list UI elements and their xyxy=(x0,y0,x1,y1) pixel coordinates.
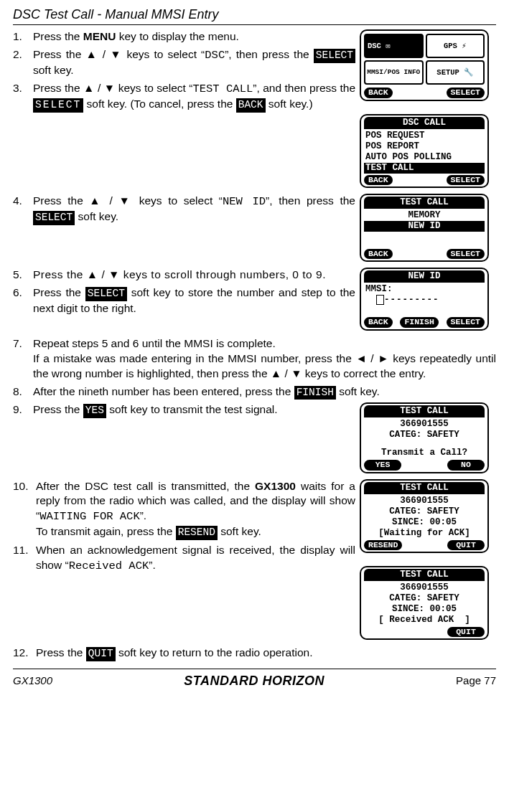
softkey-finish: FINISH xyxy=(294,386,336,400)
screen-mmsi-label: MMSI: xyxy=(364,284,485,295)
text: Press the ▲ / ▼ keys to select “ xyxy=(33,82,192,94)
softkey-select: SELECT xyxy=(33,98,83,113)
screen-since: SINCE: 00:05 xyxy=(364,517,485,528)
screen-received: TEST CALL 366901555 CATEG: SAFETY SINCE:… xyxy=(360,566,489,640)
screen-mmsi-entry: --------- xyxy=(364,295,485,306)
status-waiting: WAITING FOR ACK xyxy=(39,510,140,523)
screen-softkey-select: SELECT xyxy=(447,175,485,185)
product-gx1300: GX1300 xyxy=(255,480,296,492)
text: ”. xyxy=(140,509,146,521)
status-received: Received ACK xyxy=(69,560,149,572)
text: soft key.) xyxy=(266,98,313,110)
text: Repeat steps 5 and 6 until the MMSI is c… xyxy=(33,337,276,349)
screen-since: SINCE: 00:05 xyxy=(364,604,485,615)
step-num: 9. xyxy=(13,402,33,418)
key-menu: MENU xyxy=(83,30,116,42)
softkey-select: SELECT xyxy=(33,211,75,225)
tile-label: SETUP 🔧 xyxy=(436,68,473,77)
screen-transmit: TEST CALL 366901555 CATEG: SAFETY Transm… xyxy=(360,402,489,473)
step-body: Press the ▲ / ▼ keys to select “TEST CAL… xyxy=(33,81,355,112)
screen-softkey-back: BACK xyxy=(364,249,393,259)
step-body: Press the MENU key to display the menu. xyxy=(33,29,355,44)
screen-softkey-yes: YES xyxy=(364,460,401,470)
menu-item-test-call: TEST CALL xyxy=(192,82,253,95)
text: Press the xyxy=(33,286,85,298)
step-body: Press the YES soft key to transmit the t… xyxy=(33,402,355,418)
screen-softkey-back: BACK xyxy=(364,175,393,185)
screen-softkey-no: NO xyxy=(447,460,485,470)
text: soft key. (To cancel, press the xyxy=(83,98,236,110)
step-num: 11. xyxy=(13,543,36,574)
step-num: 10. xyxy=(13,479,36,540)
step-body: Press the ▲ / ▼ keys to scroll through n… xyxy=(33,268,355,283)
screen-line: POS REPORT xyxy=(364,141,485,152)
text: Press the ▲ / ▼ keys to select “ xyxy=(33,194,223,207)
text: After the DSC test call is transmitted, … xyxy=(36,480,255,492)
step-num: 8. xyxy=(13,384,33,400)
screen-category: CATEG: SAFETY xyxy=(364,593,485,604)
softkey-back: BACK xyxy=(236,98,266,113)
screen-softkey-select: SELECT xyxy=(447,88,485,98)
softkey-select: SELECT xyxy=(85,287,127,301)
step-body: After the nineth number has been entered… xyxy=(33,384,496,400)
text: soft key. xyxy=(336,385,380,397)
softkey-resend: RESEND xyxy=(176,526,218,540)
screen-title: TEST CALL xyxy=(364,569,485,581)
step-num: 6. xyxy=(13,285,33,316)
footer-page-number: Page 77 xyxy=(456,674,496,688)
screen-selected-line: TEST CALL xyxy=(364,163,485,174)
step-num: 3. xyxy=(13,81,33,112)
step-body: Press the ▲ / ▼ keys to select “NEW ID”,… xyxy=(33,194,355,225)
step-6: 6. Press the SELECT soft key to store th… xyxy=(13,285,355,316)
screen-new-id: NEW ID MMSI: --------- BACK FINISH SELEC… xyxy=(360,268,489,330)
tile-label: DSC ✉ xyxy=(368,42,391,51)
text: soft key to return to the radio operatio… xyxy=(116,646,313,658)
step-4: 4. Press the ▲ / ▼ keys to select “NEW I… xyxy=(13,194,355,225)
tile-mmsi-pos: MMSI/POS INFO xyxy=(364,60,424,85)
screen-softkey-quit: QUIT xyxy=(447,627,485,637)
screen-softkey-resend: RESEND xyxy=(364,540,402,550)
step-num: 7. xyxy=(13,336,33,382)
text: key to display the menu. xyxy=(116,30,238,42)
text: ”. xyxy=(149,559,155,571)
menu-item-new-id: NEW ID xyxy=(223,195,266,208)
step-7: 7. Repeat steps 5 and 6 until the MMSI i… xyxy=(13,336,496,382)
softkey-quit: QUIT xyxy=(86,647,116,661)
screen-softkey-finish: FINISH xyxy=(400,317,438,327)
screen-prompt: Transmit a Call? xyxy=(364,448,485,458)
softkey-select: SELECT xyxy=(314,49,355,63)
step-12: 12. Press the QUIT soft key to return to… xyxy=(13,646,496,661)
screen-mmsi-id: 366901555 xyxy=(364,582,485,593)
step-body: Press the SELECT soft key to store the n… xyxy=(33,285,355,316)
text: Press the ▲ / ▼ keys to select “ xyxy=(33,48,205,60)
step-10: 10. After the DSC test call is transmitt… xyxy=(13,479,355,540)
screen-mmsi-id: 366901555 xyxy=(364,419,485,430)
text: soft key to transmit the test signal. xyxy=(106,403,278,415)
step-3: 3. Press the ▲ / ▼ keys to select “TEST … xyxy=(13,81,355,112)
screen-title: TEST CALL xyxy=(364,197,485,209)
screen-line: AUTO POS POLLING xyxy=(364,152,485,163)
text: ”, then press the xyxy=(266,194,355,207)
screen-softkey-empty: XXX xyxy=(364,627,388,637)
step-2: 2. Press the ▲ / ▼ keys to select “DSC”,… xyxy=(13,47,355,78)
tile-setup: SETUP 🔧 xyxy=(426,60,485,85)
text: ”, and then press the xyxy=(253,82,355,94)
screen-category: CATEG: SAFETY xyxy=(364,430,485,440)
tile-gps: GPS ⚡ xyxy=(426,34,485,58)
footer-model: GX1300 xyxy=(13,674,52,688)
text: Press the xyxy=(36,646,86,658)
text: If a mistake was made entering in the MM… xyxy=(33,352,496,379)
step-1: 1. Press the MENU key to display the men… xyxy=(13,29,355,44)
tile-dsc: DSC ✉ xyxy=(364,34,424,58)
screen-menu: DSC ✉ GPS ⚡ MMSI/POS INFO SETUP 🔧 BACK S… xyxy=(360,29,489,100)
screen-category: CATEG: SAFETY xyxy=(364,506,485,517)
step-body: Press the QUIT soft key to return to the… xyxy=(36,646,496,661)
screen-softkey-back: BACK xyxy=(364,88,393,98)
page-footer: GX1300 STANDARD HORIZON Page 77 xyxy=(13,669,496,695)
step-11: 11. When an acknowledgement signal is re… xyxy=(13,543,355,574)
page-title: DSC Test Call - Manual MMSI Entry xyxy=(13,6,496,25)
text: ”, then press the xyxy=(225,48,314,60)
step-5: 5. Press the ▲ / ▼ keys to scroll throug… xyxy=(13,268,355,283)
screen-waiting: TEST CALL 366901555 CATEG: SAFETY SINCE:… xyxy=(360,479,489,553)
step-body: Press the ▲ / ▼ keys to select “DSC”, th… xyxy=(33,47,355,78)
